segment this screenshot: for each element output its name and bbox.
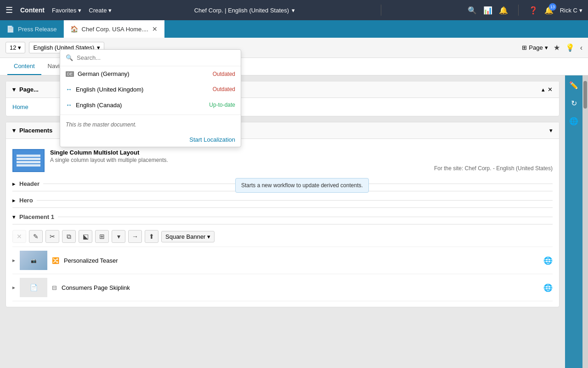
page-view-label: Page <box>529 44 543 51</box>
lang-item-uk[interactable]: ↔ English (United Kingdom) Outdated <box>60 81 241 97</box>
lang-item-german-left: DE German (Germany) <box>66 70 130 77</box>
breadcrumb-home[interactable]: Home <box>12 104 28 110</box>
favorites-label: Favorites <box>52 7 76 14</box>
page-num-chevron <box>18 44 21 51</box>
layout-thumbnail <box>12 149 45 172</box>
user-menu[interactable]: Rick C <box>560 7 582 14</box>
tab-chef-corp-home[interactable]: 🏠 Chef Corp. USA Home.... ✕ <box>64 20 164 38</box>
banner-type-selector[interactable]: Square Banner <box>161 231 215 242</box>
nav-divider <box>381 5 381 16</box>
placement1-expand-icon[interactable] <box>12 213 16 220</box>
page-number-selector[interactable]: 12 <box>6 42 25 53</box>
banner-type-label: Square Banner <box>165 233 205 240</box>
uk-lang-arrow-icon: ↔ <box>66 86 72 93</box>
placements-body: Single Column Multislot Layout A single … <box>6 139 559 307</box>
placement1-section: Placement 1 <box>12 210 553 224</box>
scrollbar[interactable] <box>582 75 588 368</box>
hero-expand-icon[interactable] <box>12 197 16 204</box>
uk-status: Outdated <box>213 86 235 92</box>
tab-close-icon[interactable]: ✕ <box>152 25 158 33</box>
link-button[interactable]: → <box>128 230 142 243</box>
top-navigation: ☰ Content Favorites Create Chef Corp. | … <box>0 0 588 20</box>
toolbar-right: ⊞ Page ★ 💡 ‹ <box>522 43 582 52</box>
delete-button[interactable]: ✕ <box>12 230 26 243</box>
tooltip-box: Starts a new workflow to update derived … <box>235 178 369 193</box>
placements-collapse-icon[interactable] <box>12 127 16 134</box>
page-properties-collapse-icon[interactable] <box>12 86 16 93</box>
cut-button[interactable]: ✂ <box>45 230 59 243</box>
teaser-name: Personalized Teaser <box>64 257 539 264</box>
start-localization-link[interactable]: Start Localization <box>60 132 241 147</box>
site-label: Chef Corp. | English (United States) <box>194 7 289 14</box>
header-label: Header <box>19 180 40 187</box>
search-icon[interactable]: 🔍 <box>468 6 477 15</box>
collapse-up-icon[interactable]: ▴ <box>542 86 545 93</box>
teaser-globe-icon[interactable]: 🌐 <box>543 256 553 265</box>
header-expand-icon[interactable] <box>12 180 16 187</box>
grid-button[interactable]: ⊞ <box>95 230 109 243</box>
row-expand-icon-1[interactable]: ▸ <box>12 257 15 264</box>
create-menu[interactable]: Create <box>89 7 112 14</box>
sidebar-right: ✏️ ↻ 🌐 <box>565 75 582 368</box>
tab-chef-corp-label: Chef Corp. USA Home.... <box>82 26 148 33</box>
page-view-icon: ⊞ <box>522 44 527 51</box>
analytics-icon[interactable]: 📊 <box>483 6 492 15</box>
tab-press-release[interactable]: 📄 Press Release <box>0 20 64 38</box>
content-nav-label[interactable]: Content <box>20 6 45 14</box>
german-status: Outdated <box>213 71 235 77</box>
placements-title: Placements <box>19 127 52 134</box>
placements-panel: Placements ▾ Single Column Multis <box>6 122 560 307</box>
placements-header-left: Placements <box>12 127 52 134</box>
row-expand-icon-2[interactable]: ▸ <box>12 284 15 291</box>
lang-item-german[interactable]: DE German (Germany) Outdated <box>60 66 241 81</box>
back-icon[interactable]: ‹ <box>580 44 582 52</box>
bulb-icon[interactable]: 💡 <box>565 43 575 52</box>
site-chevron-icon <box>292 7 295 14</box>
placement1-label: Placement 1 <box>19 213 54 220</box>
uk-lang-label: English (United Kingdom) <box>76 86 143 93</box>
sidebar-right-icon-2[interactable]: ↻ <box>569 97 579 109</box>
canada-lang-arrow-icon: ↔ <box>66 101 72 109</box>
layout-site-info: For the site: Chef Corp. - English (Unit… <box>50 165 553 172</box>
sidebar-right-icon-1[interactable]: ✏️ <box>567 79 580 92</box>
placements-chevron-down[interactable]: ▾ <box>549 127 553 134</box>
lang-item-canada[interactable]: ↔ English (Canada) Up-to-date <box>60 97 241 113</box>
close-panel-icon[interactable]: ✕ <box>548 86 553 93</box>
thumb-line-1 <box>17 155 41 157</box>
hero-section: Hero <box>12 193 553 208</box>
copy-button[interactable]: ⧉ <box>62 230 76 243</box>
lang-item-canada-left: ↔ English (Canada) <box>66 101 122 109</box>
dropdown-search-container: 🔍 <box>60 50 241 66</box>
page-view-button[interactable]: ⊞ Page <box>522 44 548 51</box>
german-flag-icon: DE <box>66 71 74 77</box>
master-doc-text: This is the master document. <box>60 117 241 132</box>
personalized-teaser-thumb: 📷 <box>20 251 47 270</box>
alerts-icon[interactable]: 🔔 <box>499 6 508 15</box>
hamburger-menu-icon[interactable]: ☰ <box>6 5 13 15</box>
hero-label: Hero <box>19 197 33 204</box>
tab-content[interactable]: Content <box>7 58 41 75</box>
dropdown-search-input[interactable] <box>77 54 235 61</box>
language-dropdown: 🔍 DE German (Germany) Outdated ↔ English… <box>60 49 241 147</box>
chevron-dropdown-button[interactable]: ▾ <box>112 230 125 243</box>
tab-press-release-icon: 📄 <box>6 25 14 33</box>
layout-card: Single Column Multislot Layout A single … <box>12 144 553 177</box>
sidebar-right-icon-3[interactable]: 🌐 <box>567 115 580 127</box>
notification-container[interactable]: 🔔 13 <box>544 6 554 15</box>
layout-description: A single column layout with multiple pla… <box>50 157 553 163</box>
favorites-menu[interactable]: Favorites <box>52 7 81 14</box>
placements-header-right: ▾ <box>549 127 553 134</box>
paste-button[interactable]: ⬕ <box>79 230 92 243</box>
content-row-personalized-teaser: ▸ 📷 🔀 Personalized Teaser 🌐 <box>12 247 553 274</box>
teaser-type-icon: 🔀 <box>52 257 59 264</box>
content-row-skiplink: ▸ 📄 ⊟ Consumers Page Skiplink 🌐 <box>12 274 553 301</box>
skiplink-globe-icon[interactable]: 🌐 <box>543 283 553 292</box>
edit-button[interactable]: ✎ <box>29 230 43 243</box>
upload-button[interactable]: ⬆ <box>145 230 158 243</box>
canada-status: Up-to-date <box>209 102 235 108</box>
star-icon[interactable]: ★ <box>554 43 560 52</box>
nav-icons: 🔍 📊 🔔 ❓ 🔔 13 Rick C <box>468 5 582 16</box>
help-icon[interactable]: ❓ <box>529 6 538 15</box>
scroll-thumb[interactable] <box>583 81 587 109</box>
site-selector[interactable]: Chef Corp. | English (United States) <box>194 7 295 14</box>
